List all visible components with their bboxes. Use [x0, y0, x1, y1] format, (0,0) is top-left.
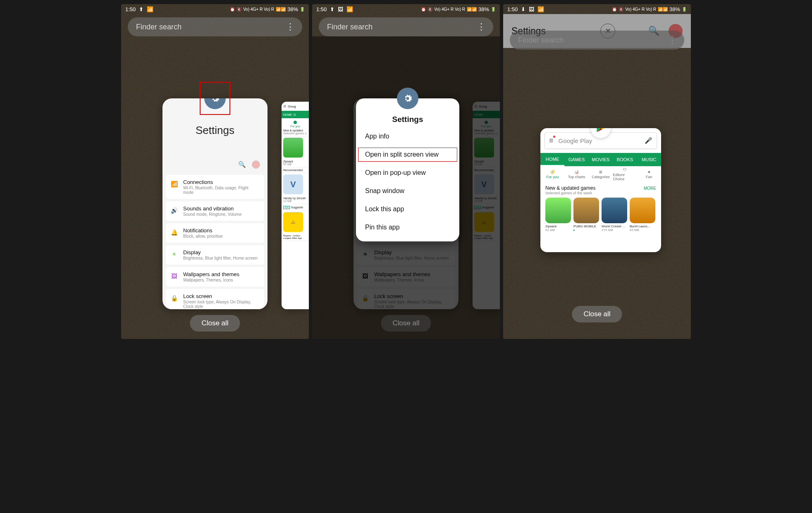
tab-games[interactable]: GAMES — [564, 153, 588, 166]
subtab-editors[interactable]: 🛡Editors' Choice — [613, 166, 637, 183]
compass-icon — [294, 121, 297, 124]
tab-books[interactable]: BOOKS — [613, 153, 637, 166]
app-thumb-varsity[interactable]: V — [283, 174, 303, 194]
battery-icon: 🔋 — [300, 7, 305, 12]
recents-stage: Settings 🔍 📶ConnectionsWi-Fi, Bluetooth,… — [312, 36, 500, 339]
recent-card-playstore[interactable]: ≡ Google Play 🎤 HOME GAMES MOVIES BOOKS … — [540, 128, 661, 252]
settings-item-display[interactable]: ☀DisplayBrightness, Blue light filter, H… — [166, 245, 264, 265]
recents-stage: ≡ Google Play 🎤 HOME GAMES MOVIES BOOKS … — [503, 79, 691, 339]
finder-placeholder: Finder search — [136, 23, 182, 31]
subtab-categories[interactable]: ⊞Categories — [589, 166, 613, 183]
ctx-app-info[interactable]: App info — [356, 127, 459, 146]
split-top-dim — [503, 14, 691, 48]
app-thumb-rapido[interactable]: 🛵 — [283, 212, 303, 232]
hamburger-icon[interactable]: ≡ — [549, 136, 554, 145]
finder-search[interactable]: Finder search ⋮ — [128, 17, 302, 36]
ctx-pin-app[interactable]: Pin this app — [356, 218, 459, 236]
search-icon[interactable]: 🔍 — [238, 161, 246, 168]
finder-placeholder: Finder search — [327, 23, 373, 31]
battery-pct: 38% — [478, 6, 489, 12]
image-icon: 🖼 — [529, 6, 534, 12]
battery-icon: 🔋 — [682, 7, 687, 12]
recent-card-settings[interactable]: Settings 🔍 📶ConnectionsWi-Fi, Bluetooth,… — [162, 98, 267, 309]
ctx-popup-view[interactable]: Open in pop-up view — [356, 164, 459, 182]
recents-stage: Settings 🔍 📶ConnectionsWi-Fi, Bluetooth,… — [121, 36, 309, 339]
ctx-title: Settings — [356, 115, 459, 124]
apps-row: Zipsack91 MB PUBG MOBILE▸ World Cricket … — [540, 198, 661, 232]
status-bar: 1:50 ⬇ 🖼 📶 ⏰ 🔇 Vo) 4G+ R Vo) R 📶📶 38% 🔋 — [503, 4, 691, 14]
signal-icon: 📶📶 — [276, 7, 286, 12]
settings-item-connections[interactable]: 📶ConnectionsWi-Fi, Bluetooth, Data usage… — [166, 175, 264, 199]
battery-pct: 38% — [287, 6, 298, 12]
tab-home[interactable]: HOME — [540, 153, 564, 166]
chart-icon: 📊 — [574, 170, 579, 174]
hamburger-icon[interactable]: ≡ — [283, 103, 286, 109]
shield-icon: 🛡 — [623, 168, 627, 172]
subtab-foryou[interactable]: 🧭For you — [540, 166, 564, 183]
subtab-family[interactable]: ★Fan — [637, 166, 661, 183]
ctx-split-screen[interactable]: Open in split screen view — [356, 146, 459, 164]
subtab-topcharts[interactable]: 📊Top charts — [564, 166, 588, 183]
play-tabs: HOME GAMES MOVIES BOOKS MUSIC — [540, 153, 661, 166]
brand: Goog — [288, 105, 296, 108]
grid-icon: ⊞ — [599, 170, 602, 174]
status-time: 1:50 — [125, 6, 136, 12]
search-placeholder: Google Play — [559, 137, 592, 144]
settings-item-notifications[interactable]: 🔔NotificationsBlock, allow, prioritise — [166, 223, 264, 243]
close-all-button[interactable]: Close all — [572, 306, 622, 322]
play-subtabs: 🧭For you 📊Top charts ⊞Categories 🛡Editor… — [540, 166, 661, 183]
mute-icon: 🔇 — [427, 7, 432, 12]
alarm-icon: ⏰ — [230, 7, 235, 12]
settings-item-lockscreen[interactable]: 🔒Lock screenScreen lock type, Always On … — [166, 289, 264, 309]
settings-item-wallpapers[interactable]: 🖼Wallpapers and themesWallpapers, Themes… — [166, 267, 264, 286]
settings-item-sounds[interactable]: 🔊Sounds and vibrationSound mode, Rington… — [166, 201, 264, 221]
app-wcb[interactable]: World Cricket Battle - Multiplay...275 M… — [602, 198, 627, 232]
tab-music[interactable]: MUSIC — [637, 153, 661, 166]
profile-avatar[interactable] — [252, 160, 260, 169]
app-pubg[interactable]: PUBG MOBILE▸ — [573, 198, 599, 232]
battery-icon: 🔋 — [491, 7, 496, 12]
phone-screenshot-3: 1:50 ⬇ 🖼 📶 ⏰ 🔇 Vo) 4G+ R Vo) R 📶📶 38% 🔋 … — [503, 4, 691, 339]
network-indicators: Vo) 4G+ R Vo) R — [434, 7, 465, 12]
wifi-icon: 📶 — [170, 180, 178, 188]
wifi-icon: 📶 — [147, 6, 153, 12]
signal-icon: 📶📶 — [658, 7, 668, 12]
tab-home[interactable]: HOME — [283, 113, 292, 116]
more-button[interactable]: MORE — [644, 186, 656, 191]
download-icon: ⬇ — [521, 6, 525, 12]
recent-card-playstore-peek[interactable]: ≡Goog HOMEG For you New & updatedSelecte… — [282, 102, 309, 309]
settings-list: 📶ConnectionsWi-Fi, Bluetooth, Data usage… — [166, 175, 264, 309]
app-thumb-zipsack[interactable] — [283, 138, 303, 157]
wifi-icon: 📶 — [346, 6, 353, 12]
mic-icon[interactable]: 🎤 — [645, 137, 652, 144]
battery-pct: 38% — [669, 6, 680, 12]
network-indicators: Vo) 4G+ R Vo) R — [625, 7, 656, 12]
network-indicators: Vo) 4G+ R Vo) R — [243, 7, 274, 12]
status-time: 1:50 — [507, 6, 518, 12]
alarm-icon: ⏰ — [612, 7, 617, 12]
subtab-foryou[interactable]: For you — [282, 125, 309, 128]
tab-g[interactable]: G — [294, 113, 296, 116]
phone-screenshot-1: 1:50 ⬆ 📶 ⏰ 🔇 Vo) 4G+ R Vo) R 📶📶 38% 🔋 Fi… — [121, 4, 309, 339]
upload-icon: ⬆ — [139, 6, 143, 12]
picture-icon: 🖼 — [170, 272, 178, 280]
star-icon: ★ — [647, 170, 651, 174]
phone-screenshot-2: 1:50 ⬆ 🖼 📶 ⏰ 🔇 Vo) 4G+ R Vo) R 📶📶 38% 🔋 … — [312, 4, 500, 339]
ctx-snap-window[interactable]: Snap window — [356, 182, 459, 200]
close-all-button[interactable]: Close all — [190, 315, 240, 332]
tab-movies[interactable]: MOVIES — [589, 153, 613, 166]
status-bar: 1:50 ⬆ 📶 ⏰ 🔇 Vo) 4G+ R Vo) R 📶📶 38% 🔋 — [121, 4, 309, 14]
section-header: New & updated games Selected games of th… — [540, 183, 661, 198]
bell-icon: 🔔 — [170, 228, 178, 236]
ctx-lock-app[interactable]: Lock this app — [356, 200, 459, 218]
highlight-box-icon — [200, 82, 230, 115]
app-burrito[interactable]: Burrit Launc...65 MB — [630, 198, 655, 232]
speaker-icon: 🔊 — [170, 206, 178, 215]
finder-search[interactable]: Finder search ⋮ — [319, 17, 493, 36]
app-zipsack[interactable]: Zipsack91 MB — [545, 198, 571, 232]
status-bar: 1:50 ⬆ 🖼 📶 ⏰ 🔇 Vo) 4G+ R Vo) R 📶📶 38% 🔋 — [312, 4, 500, 14]
wifi-icon: 📶 — [537, 6, 544, 12]
alarm-icon: ⏰ — [421, 7, 426, 12]
signal-icon: 📶📶 — [467, 7, 477, 12]
sun-icon: ☀ — [170, 250, 178, 258]
